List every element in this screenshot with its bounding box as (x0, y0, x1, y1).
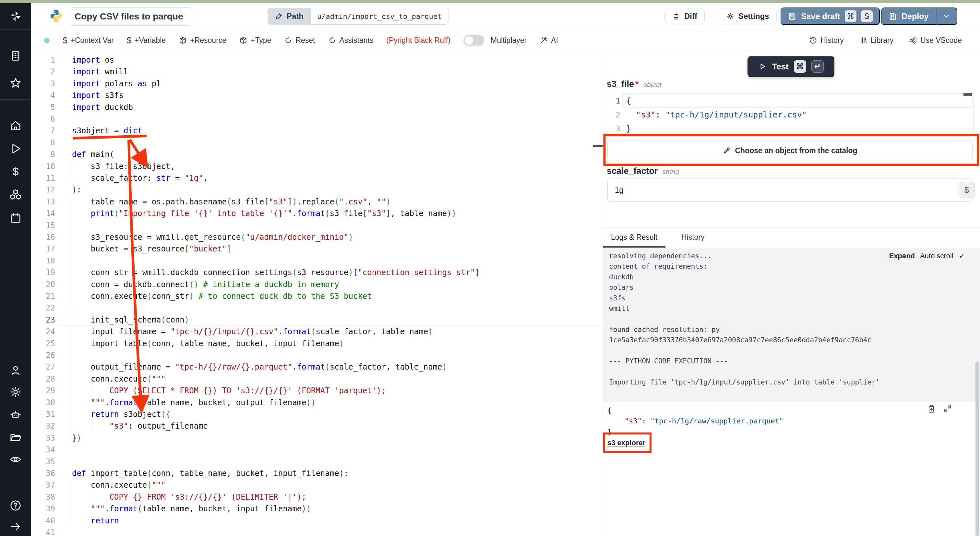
s3-file-json-editor[interactable]: 123 { "s3": "tpc-h/1g/input/supplier.csv… (606, 92, 974, 137)
code-line[interactable]: s3object = dict (72, 125, 142, 137)
history-button[interactable]: History (809, 36, 844, 45)
library-button[interactable]: Library (859, 36, 893, 45)
sidebar-item-workspace[interactable] (0, 47, 31, 65)
line-number: 1 (606, 94, 620, 108)
diff-button[interactable]: Diff (665, 8, 705, 24)
copy-clipboard-icon[interactable] (927, 404, 936, 413)
s3-explorer-link[interactable]: s3 explorer (608, 439, 645, 447)
code-editor[interactable]: 1234567891011121314151617181920212223242… (31, 52, 602, 536)
sidebar-item-audit-logs[interactable] (0, 450, 31, 469)
line-number: 36 (31, 467, 55, 479)
code-line[interactable]: "s3": output_filename (72, 420, 208, 432)
panel-scrollbar[interactable] (975, 361, 979, 536)
code-line[interactable]: COPY (SELECT * FROM {}) TO 's3://{}/{}' … (72, 385, 386, 397)
choose-object-button[interactable]: Choose an object from the catalog (608, 140, 972, 161)
save-draft-button[interactable]: Save draft ⌘ S (781, 8, 880, 25)
top-accent-strip (0, 0, 980, 3)
code-line[interactable]: conn = duckdb.connect() # initiate a duc… (72, 279, 339, 290)
chevron-down-icon[interactable] (942, 12, 950, 20)
code-line[interactable]: def import_table(conn, table_name, bucke… (72, 467, 348, 479)
sidebar-item-users[interactable] (0, 361, 31, 380)
sidebar-item-variables[interactable]: $ (0, 162, 31, 180)
sidebar-item-runs[interactable] (0, 139, 31, 158)
autoscroll-label[interactable]: Auto scroll (920, 252, 953, 260)
code-line[interactable]: import os (72, 54, 114, 66)
code-line[interactable]: import s3fs (72, 89, 124, 101)
sidebar-item-expand[interactable] (0, 517, 31, 536)
sidebar-item-home[interactable] (0, 117, 31, 135)
result-line[interactable]: } (608, 426, 612, 437)
code-line[interactable]: }) (72, 432, 81, 444)
tab-history[interactable]: History (681, 233, 705, 242)
code-line[interactable]: def main( (72, 148, 114, 160)
code-line[interactable]: return (72, 515, 119, 526)
sidebar-item-folders[interactable] (0, 428, 31, 447)
sidebar-item-resources[interactable] (0, 186, 31, 204)
multiplayer-toggle[interactable] (463, 35, 484, 46)
code-line[interactable]: import_table(conn, table_name, bucket, i… (72, 338, 344, 349)
linter-status[interactable]: (Pyright Black Ruff) (386, 36, 450, 45)
expand-fullscreen-icon[interactable] (943, 404, 952, 413)
result-line[interactable]: { (608, 405, 612, 416)
code-line[interactable]: scale_factor: str = "1g", (72, 172, 208, 184)
code-line[interactable]: """.format(table_name, bucket, output_fi… (72, 397, 315, 408)
add-variable-button[interactable]: $+Variable (127, 35, 166, 45)
logs-controls: Expand Auto scroll ✓ (889, 252, 965, 260)
use-vscode-button[interactable]: Use VScode (909, 36, 962, 45)
code-line[interactable]: conn.execute(""" (72, 479, 166, 491)
code-line[interactable]: table_name = os.path.basename(s3_file["s… (72, 196, 391, 207)
settings-button[interactable]: Settings (719, 8, 777, 24)
code-line[interactable]: s3_resource = wmill.get_resource("u/admi… (72, 231, 353, 243)
add-context-var-button[interactable]: $+Context Var (63, 35, 114, 45)
dollar-icon: $ (63, 35, 67, 45)
path-edit-button[interactable]: Path (268, 8, 311, 24)
code-line[interactable]: ): (72, 184, 81, 196)
logs-pane[interactable]: resolving dependencies...content of requ… (603, 247, 980, 402)
code-line[interactable]: conn.execute(""" (72, 373, 166, 385)
code-line[interactable]: return s3object({ (72, 408, 170, 420)
expand-button[interactable]: Expand (889, 252, 915, 260)
code-line[interactable]: COPY {} FROM 's3://{}/{}' (DELIMITER '|'… (72, 491, 306, 503)
code-line[interactable]: """.format(table_name, bucket, input_fil… (72, 503, 311, 515)
tab-logs-result[interactable]: Logs & Result (611, 233, 657, 242)
code-line[interactable]: init_sql_schema(conn) (72, 314, 189, 326)
code-line[interactable]: bucket = s3_resource["bucket"] (72, 243, 231, 255)
sidebar-item-schedules[interactable] (0, 209, 31, 227)
json-line[interactable]: "s3": "tpc-h/1g/input/supplier.csv" (626, 108, 807, 122)
reset-button[interactable]: Reset (284, 36, 315, 45)
code-line[interactable]: import wmill (72, 66, 128, 78)
script-title-input[interactable]: Copy CSV files to parque (69, 8, 192, 26)
code-line[interactable]: input_filename = "tpc-h/{}/input/{}.csv"… (72, 326, 433, 337)
sidebar-item-help[interactable] (0, 496, 31, 515)
add-resource-button[interactable]: +Resource (179, 36, 226, 45)
python-language-icon (49, 8, 64, 23)
test-button[interactable]: Test ⌘ ↵ (748, 56, 834, 77)
json-line[interactable]: } (626, 122, 631, 136)
scale-factor-input[interactable]: 1g (608, 178, 972, 202)
code-line[interactable]: print("Importing file '{}' into table '{… (72, 207, 456, 219)
ai-button[interactable]: AI (539, 36, 558, 45)
sidebar-item-settings[interactable] (0, 383, 31, 401)
json-mini-scrollbar[interactable] (964, 93, 972, 96)
code-line[interactable]: conn.execute(conn_str) # to connect duck… (72, 290, 372, 302)
pane-divider-handle[interactable] (593, 145, 603, 147)
code-line[interactable]: output_filename = "tpc-h/{}/raw/{}.parqu… (72, 361, 447, 373)
insert-variable-button[interactable]: $ (959, 182, 975, 198)
result-pane: { "s3": "tpc-h/1g/raw/supplier.parquet"}… (603, 402, 980, 536)
s3-file-field-label: s3_file* object (607, 79, 662, 89)
path-control[interactable]: Path u/admin/import_csv_to_parquet (267, 8, 449, 25)
add-type-button[interactable]: +Type (239, 36, 271, 45)
code-line[interactable]: import duckdb (72, 102, 133, 113)
windmill-logo-icon[interactable] (0, 7, 31, 25)
line-number: 2 (31, 66, 55, 78)
code-line[interactable]: import polars as pl (72, 78, 161, 89)
result-line[interactable]: "s3": "tpc-h/1g/raw/supplier.parquet" (608, 416, 783, 426)
json-line[interactable]: { (626, 94, 631, 108)
save-icon (788, 12, 797, 21)
sidebar-item-workers[interactable] (0, 405, 31, 424)
code-line[interactable]: s3_file: s3object, (72, 161, 175, 172)
deploy-button[interactable]: Deploy (881, 8, 957, 25)
assistants-button[interactable]: Assistants (328, 36, 374, 45)
sidebar-item-favorites[interactable] (0, 74, 31, 92)
code-line[interactable]: conn_str = wmill.duckdb_connection_setti… (72, 267, 480, 278)
